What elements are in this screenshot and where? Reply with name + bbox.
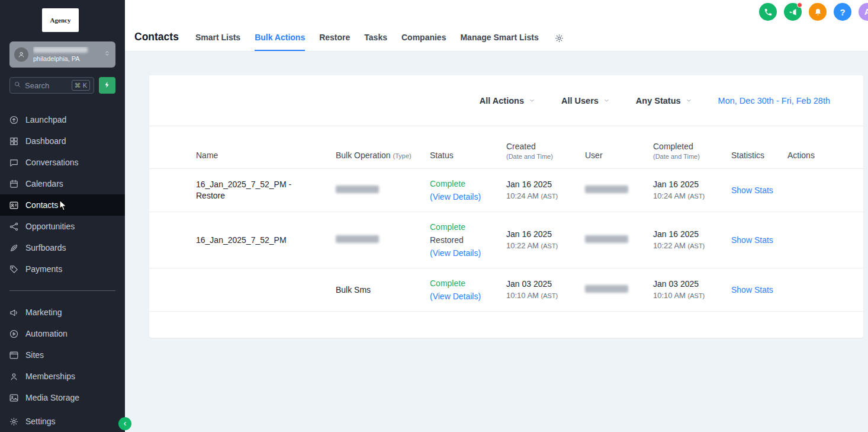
row-statistics: Show Stats — [731, 185, 787, 195]
search-placeholder: Search — [25, 81, 49, 90]
col-statistics: Statistics — [731, 151, 787, 160]
quick-actions-button[interactable] — [99, 77, 115, 94]
sidebar-item-media-storage[interactable]: Media Storage — [0, 387, 125, 408]
account-avatar-icon — [14, 47, 28, 62]
table-row: 16_Jan_2025_7_52_PM Complete Restored (V… — [149, 212, 863, 268]
sidebar-item-memberships[interactable]: Memberships — [0, 366, 125, 387]
row-created: Jan 16 2025 10:24 AM (AST) — [506, 179, 585, 202]
redacted-user — [585, 235, 628, 243]
sidebar-item-launchpad[interactable]: Launchpad — [0, 109, 125, 130]
col-completed: Completed (Date and Time) — [653, 142, 731, 160]
content-area: All Actions All Users Any Status Mon, De… — [125, 52, 868, 432]
topbar-icons: ? A — [759, 3, 868, 21]
sidebar-item-label: Contacts — [25, 200, 58, 210]
marketing-icon — [8, 307, 19, 318]
view-details-link[interactable]: (View Details) — [430, 290, 506, 303]
chevron-down-icon — [603, 97, 610, 104]
status-filter-dropdown[interactable]: Any Status — [636, 96, 692, 105]
sidebar-collapse-button[interactable]: ‹ — [118, 417, 131, 430]
tab-bulk-actions[interactable]: Bulk Actions — [255, 33, 305, 51]
search-input[interactable]: Search ⌘ K — [9, 77, 94, 94]
sidebar-item-label: Launchpad — [25, 115, 66, 124]
row-completed: Jan 16 2025 10:24 AM (AST) — [653, 179, 731, 202]
automation-icon — [8, 328, 19, 339]
agency-logo-text: Agency — [50, 17, 71, 24]
sidebar-item-calendars[interactable]: Calendars — [0, 173, 125, 194]
row-user — [585, 185, 653, 195]
col-created: Created (Date and Time) — [506, 142, 585, 160]
contacts-icon — [8, 200, 19, 210]
sidebar-item-contacts[interactable]: Contacts — [0, 194, 125, 216]
view-details-link[interactable]: (View Details) — [430, 247, 506, 260]
row-status: Complete (View Details) — [430, 177, 506, 203]
sidebar-item-dashboard[interactable]: Dashboard — [0, 130, 125, 152]
settings-gear-icon — [8, 416, 19, 427]
sidebar-item-surfboards[interactable]: Surfboards — [0, 237, 125, 258]
dashboard-icon — [8, 136, 19, 146]
app-root: Agency philadelphia, PA Search ⌘ K — [0, 0, 868, 432]
main-area: ? A Contacts Smart Lists Bulk Actions Re… — [125, 0, 868, 432]
page-title: Contacts — [134, 31, 179, 51]
redacted-user — [585, 185, 628, 193]
table-row: Bulk Sms Complete (View Details) Jan 03 … — [149, 268, 863, 312]
sidebar-nav: Launchpad Dashboard Conversations Calend… — [0, 109, 125, 432]
status-text: Complete — [430, 177, 506, 190]
account-expand-chevrons-icon — [104, 49, 111, 60]
row-completed: Jan 16 2025 10:22 AM (AST) — [653, 229, 731, 252]
users-filter-dropdown[interactable]: All Users — [561, 96, 610, 105]
redacted-user — [585, 285, 628, 293]
row-created: Jan 03 2025 10:10 AM (AST) — [506, 279, 585, 302]
account-switcher[interactable]: philadelphia, PA — [9, 41, 115, 68]
sidebar-item-label: Media Storage — [25, 393, 79, 402]
filters-row: All Actions All Users Any Status Mon, De… — [149, 75, 863, 126]
announcement-icon[interactable] — [784, 3, 802, 21]
media-storage-icon — [8, 392, 19, 403]
status-text: Complete — [430, 277, 506, 290]
sidebar-item-payments[interactable]: Payments — [0, 258, 125, 280]
tab-manage-smart-lists[interactable]: Manage Smart Lists — [460, 33, 538, 51]
tab-tasks[interactable]: Tasks — [364, 33, 387, 51]
conversations-icon — [8, 157, 19, 168]
tab-companies[interactable]: Companies — [401, 33, 446, 51]
sidebar-item-label: Automation — [25, 329, 67, 338]
sidebar-item-marketing[interactable]: Marketing — [0, 302, 125, 323]
sidebar-item-conversations[interactable]: Conversations — [0, 152, 125, 173]
payments-icon — [8, 264, 19, 274]
help-icon[interactable]: ? — [834, 3, 851, 21]
search-icon — [14, 80, 21, 91]
contacts-settings-gear-icon[interactable] — [554, 33, 564, 51]
show-stats-link[interactable]: Show Stats — [731, 185, 773, 195]
opportunities-icon — [8, 221, 19, 232]
row-statistics: Show Stats — [731, 285, 787, 295]
avatar[interactable]: A — [859, 3, 868, 21]
sidebar-item-automation[interactable]: Automation — [0, 323, 125, 344]
notification-bell-icon[interactable] — [809, 3, 827, 21]
sidebar-item-label: Payments — [25, 264, 62, 274]
tab-restore[interactable]: Restore — [319, 33, 350, 51]
show-stats-link[interactable]: Show Stats — [731, 285, 773, 295]
memberships-icon — [8, 371, 19, 382]
view-details-link[interactable]: (View Details) — [430, 190, 506, 203]
sidebar-item-label: Sites — [25, 350, 44, 360]
sidebar-item-label: Memberships — [25, 372, 75, 381]
sidebar-item-label: Calendars — [25, 179, 63, 188]
sites-icon — [8, 350, 19, 360]
notification-badge — [797, 2, 802, 8]
sidebar: Agency philadelphia, PA Search ⌘ K — [0, 0, 125, 432]
sidebar-item-opportunities[interactable]: Opportunities — [0, 216, 125, 237]
phone-icon[interactable] — [759, 3, 777, 21]
sidebar-item-sites[interactable]: Sites — [0, 344, 125, 366]
row-created: Jan 16 2025 10:22 AM (AST) — [506, 229, 585, 252]
actions-filter-dropdown[interactable]: All Actions — [480, 96, 535, 105]
sidebar-divider — [9, 290, 115, 291]
sidebar-item-settings[interactable]: Settings — [0, 411, 125, 432]
row-completed: Jan 03 2025 10:10 AM (AST) — [653, 279, 731, 302]
calendars-icon — [8, 178, 19, 189]
tab-smart-lists[interactable]: Smart Lists — [195, 33, 240, 51]
status-secondary-text: Restored — [430, 233, 506, 247]
row-name: 16_Jan_2025_7_52_PM — [196, 235, 336, 246]
table-header: Name Bulk Operation (Type) Status Create… — [149, 126, 863, 169]
show-stats-link[interactable]: Show Stats — [731, 235, 773, 245]
date-range-picker[interactable]: Mon, Dec 30th - Fri, Feb 28th — [718, 96, 830, 105]
bulk-actions-card: All Actions All Users Any Status Mon, De… — [149, 75, 863, 338]
